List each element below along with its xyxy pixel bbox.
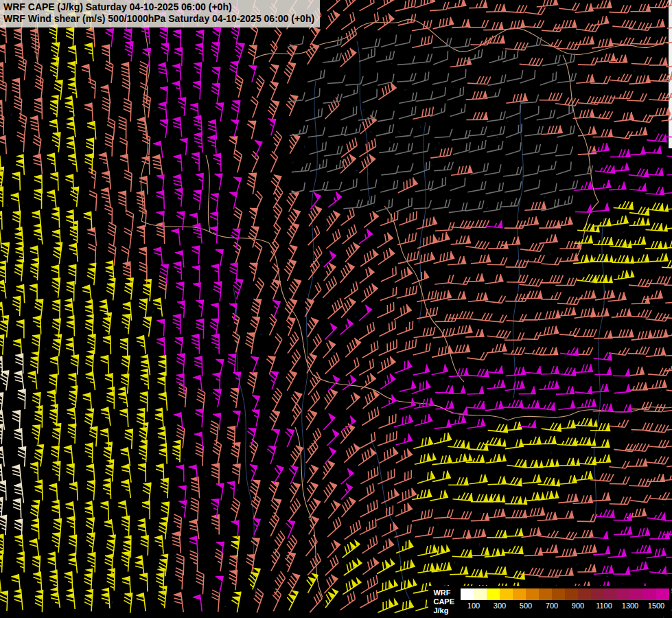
legend-scale: 100300500700900110013001500 [461, 588, 669, 611]
legend-swatch-10 [591, 588, 604, 600]
legend-units: J/kg [433, 606, 454, 615]
legend-label-1300: 1300 [622, 602, 638, 610]
legend-title: WRF CAPE J/kg [433, 588, 454, 615]
legend-label-700: 700 [546, 602, 558, 610]
legend-swatch-4 [513, 588, 526, 600]
legend-label-1100: 1100 [596, 602, 612, 610]
map-canvas [0, 0, 672, 618]
cape-legend: WRF CAPE J/kg 10030050070090011001300150… [428, 586, 671, 617]
legend-label-300: 300 [494, 602, 506, 610]
legend-parameter-name: CAPE [433, 597, 454, 606]
legend-label-row: 100300500700900110013001500 [461, 602, 669, 611]
legend-model-name: WRF [433, 588, 454, 597]
title-line-shear: WRF Wind shear (m/s) 500/1000hPa Saturda… [3, 13, 314, 25]
legend-swatch-2 [487, 588, 500, 600]
legend-swatch-6 [539, 588, 552, 600]
legend-swatch-7 [552, 588, 565, 600]
legend-label-1500: 1500 [648, 602, 664, 610]
legend-swatch-13 [630, 588, 643, 600]
legend-swatch-0 [461, 588, 474, 600]
title-line-cape: WRF CAPE (J/kg) Saturday 04-10-2025 06:0… [3, 1, 314, 13]
legend-swatch-5 [526, 588, 539, 600]
legend-swatch-15 [656, 588, 669, 600]
legend-swatch-1 [474, 588, 487, 600]
title-bar: WRF CAPE (J/kg) Saturday 04-10-2025 06:0… [0, 0, 320, 27]
legend-swatch-11 [604, 588, 617, 600]
legend-swatch-12 [617, 588, 630, 600]
legend-swatch-row [461, 588, 669, 600]
weather-map-page: WRF CAPE (J/kg) Saturday 04-10-2025 06:0… [0, 0, 672, 618]
legend-label-500: 500 [520, 602, 532, 610]
legend-swatch-3 [500, 588, 513, 600]
legend-swatch-9 [578, 588, 591, 600]
legend-swatch-14 [643, 588, 656, 600]
legend-label-100: 100 [467, 602, 480, 610]
legend-swatch-8 [565, 588, 578, 600]
legend-label-900: 900 [572, 602, 584, 610]
